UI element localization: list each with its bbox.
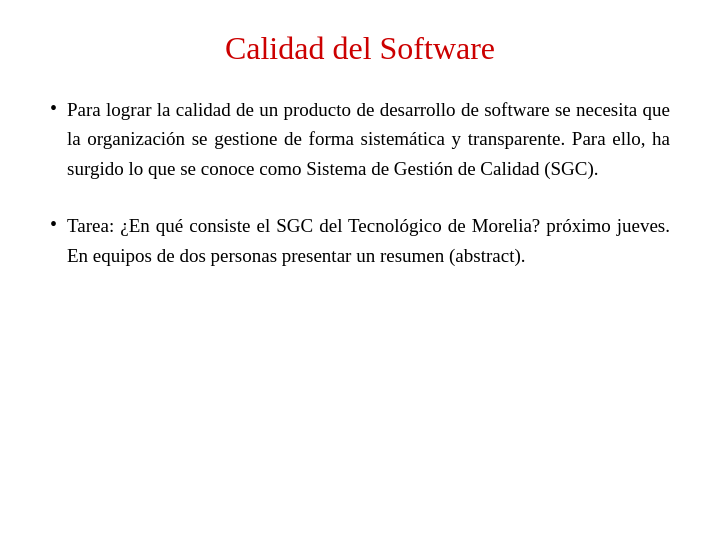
- bullet-text-1: Para lograr la calidad de un producto de…: [67, 95, 670, 183]
- bullet-symbol-2: •: [50, 213, 57, 236]
- bullet-symbol-1: •: [50, 97, 57, 120]
- page-title: Calidad del Software: [225, 30, 495, 67]
- bullet-text-2: Tarea: ¿En qué consiste el SGC del Tecno…: [67, 211, 670, 270]
- bullet-item-1: • Para lograr la calidad de un producto …: [50, 95, 670, 183]
- main-content: • Para lograr la calidad de un producto …: [50, 95, 670, 298]
- bullet-item-2: • Tarea: ¿En qué consiste el SGC del Tec…: [50, 211, 670, 270]
